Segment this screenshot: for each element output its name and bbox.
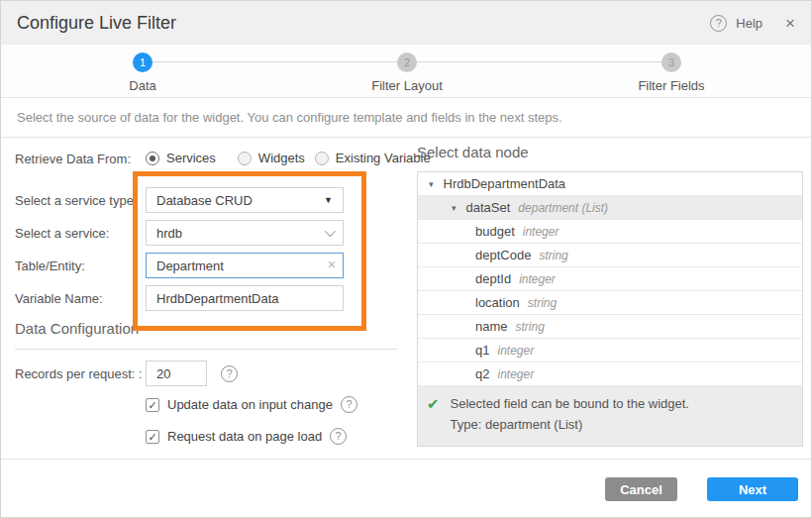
update-data-help-icon[interactable]: ? (341, 396, 357, 413)
request-data-label: Request data on page load (167, 429, 322, 444)
radio-services-label: Services (166, 151, 216, 165)
tree-node-location[interactable]: location string (418, 291, 802, 315)
service-type-select[interactable]: Database CRUD ▼ (146, 187, 344, 213)
dialog-header: Configure Live Filter ? Help × (1, 1, 811, 45)
records-per-request-wrap (146, 361, 207, 386)
radio-services[interactable]: Services (146, 151, 216, 165)
chevron-down-icon (325, 226, 336, 237)
step-connector-1 (143, 61, 407, 62)
tree-node-deptcode[interactable]: deptCode string (418, 244, 802, 267)
tree-node-type: string (528, 296, 557, 310)
cancel-button[interactable]: Cancel (605, 477, 677, 501)
tree-node-budget[interactable]: budget integer (418, 220, 802, 244)
tree-node-dataset[interactable]: ▾ dataSet department (List) (418, 196, 802, 220)
step-description: Select the source of data for the widget… (1, 98, 811, 138)
step-1-label: Data (129, 78, 155, 93)
binding-status-line1: Selected field can be bound to the widge… (451, 395, 689, 412)
request-data-help-icon[interactable]: ? (330, 428, 347, 445)
tree-node-type: integer (497, 344, 534, 358)
data-configuration-heading: Data Configuration (15, 320, 139, 337)
next-button[interactable]: Next (707, 477, 798, 501)
table-entity-input[interactable] (146, 253, 344, 278)
header-actions: ? Help × (710, 15, 795, 32)
request-data-checkbox-row: ✓ Request data on page load ? (146, 428, 347, 445)
step-connector-2 (407, 61, 671, 62)
tree-expand-icon[interactable]: ▾ (429, 179, 434, 189)
tree-node-name: deptCode (475, 248, 531, 262)
service-select[interactable]: hrdb (146, 220, 344, 246)
service-label: Select a service: (15, 226, 109, 241)
tree-node-type: integer (519, 272, 556, 286)
tree-node-name: name (475, 319, 508, 334)
data-node-tree: ▾ HrdbDepartmentData ▾ dataSet departmen… (417, 171, 803, 447)
retrieve-source-radio-group: Services Widgets Existing Variable (146, 151, 431, 165)
configure-live-filter-dialog: Configure Live Filter ? Help × 1 2 3 Dat… (0, 0, 812, 518)
tree-node-type: department (List) (518, 201, 608, 215)
variable-name-label: Variable Name: (15, 291, 103, 306)
table-entity-field-wrap: × (146, 253, 344, 278)
radio-widgets-label: Widgets (258, 151, 305, 165)
step-2-label: Filter Layout (371, 78, 443, 93)
tree-node-type: string (539, 249, 567, 262)
update-data-checkbox-row: ✓ Update data on input change ? (146, 396, 357, 413)
tree-node-root[interactable]: ▾ HrdbDepartmentData (418, 172, 802, 196)
wizard-stepper: 1 2 3 Data Filter Layout Filter Fields (1, 45, 811, 98)
tree-node-deptid[interactable]: deptId integer (418, 267, 802, 291)
close-icon[interactable]: × (785, 15, 795, 32)
caret-down-icon: ▼ (324, 195, 333, 205)
tree-node-type: integer (523, 225, 559, 239)
dialog-title: Configure Live Filter (17, 13, 176, 34)
radio-widgets-control[interactable] (238, 152, 252, 165)
step-1-circle[interactable]: 1 (133, 52, 152, 72)
radio-widgets[interactable]: Widgets (238, 151, 305, 165)
records-per-request-input[interactable] (146, 361, 207, 386)
help-link[interactable]: Help (736, 16, 762, 31)
select-data-node-heading: Select data node (417, 144, 529, 160)
radio-services-control[interactable] (146, 152, 159, 165)
tree-node-name: deptId (475, 271, 511, 286)
service-type-value: Database CRUD (156, 193, 253, 208)
tree-node-name: location (475, 295, 520, 310)
tree-expand-icon[interactable]: ▾ (452, 203, 457, 213)
tree-node-type: integer (497, 367, 534, 381)
tree-node-name: q2 (475, 366, 489, 381)
tree-node-type: string (516, 320, 545, 334)
update-data-label: Update data on input change (167, 397, 333, 412)
step-3-circle[interactable]: 3 (661, 52, 681, 72)
clear-icon[interactable]: × (328, 258, 336, 271)
footer-divider (1, 459, 811, 460)
records-per-request-label: Records per request: : (15, 366, 143, 381)
success-check-icon: ✔ (427, 395, 440, 437)
tree-node-name: HrdbDepartmentData (444, 176, 566, 191)
request-data-checkbox[interactable]: ✓ (146, 430, 159, 444)
help-icon[interactable]: ? (710, 15, 727, 32)
tree-node-name: q1 (475, 343, 489, 358)
radio-existing-variable-control[interactable] (315, 152, 329, 165)
service-value: hrdb (156, 226, 182, 241)
table-entity-label: Table/Entity: (15, 259, 85, 273)
binding-status-message: ✔ Selected field can be bound to the wid… (418, 386, 802, 446)
records-help-icon[interactable]: ? (221, 365, 238, 382)
section-divider (15, 349, 397, 350)
retrieve-data-from-label: Retrieve Data From: (15, 152, 131, 166)
tree-node-q1[interactable]: q1 integer (418, 339, 802, 363)
binding-status-text: Selected field can be bound to the widge… (451, 395, 689, 437)
step-3-label: Filter Fields (638, 78, 704, 93)
tree-node-name-field[interactable]: name string (418, 315, 802, 339)
update-data-checkbox[interactable]: ✓ (146, 398, 159, 412)
step-2-circle[interactable]: 2 (397, 52, 417, 72)
binding-status-line2: Type: department (List) (451, 416, 689, 433)
variable-name-field-wrap (146, 285, 344, 311)
tree-node-name: dataSet (466, 200, 511, 215)
tree-node-name: budget (475, 224, 515, 239)
tree-node-q2[interactable]: q2 integer (418, 363, 802, 386)
variable-name-input[interactable] (146, 285, 344, 311)
radio-existing-variable[interactable]: Existing Variable (315, 151, 431, 165)
service-type-label: Select a service type: (15, 193, 138, 208)
